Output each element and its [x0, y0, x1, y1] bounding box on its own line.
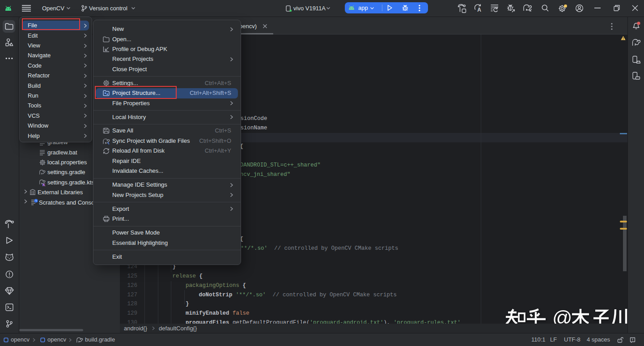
svg-text:@: @: [552, 307, 572, 324]
svg-text:A: A: [477, 7, 481, 13]
